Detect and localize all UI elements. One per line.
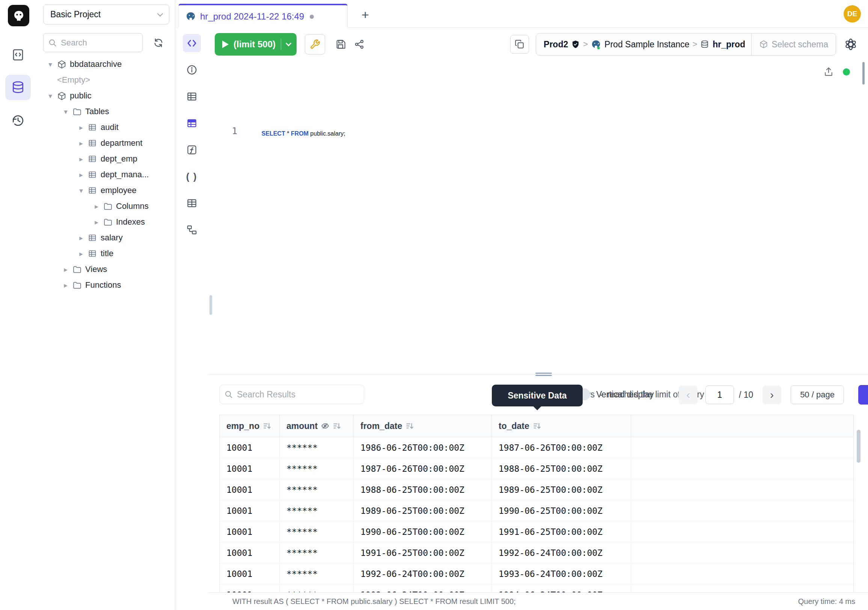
column-header-amount[interactable]: amount [280, 415, 353, 437]
table-cell[interactable]: ****** [280, 437, 353, 458]
panel-resize-handle[interactable] [535, 372, 552, 377]
share-sheet-button[interactable] [350, 35, 369, 54]
upload-icon[interactable] [823, 67, 834, 77]
new-tab-button[interactable]: + [356, 6, 374, 23]
table-cell[interactable]: 1988-06-25T00:00:00Z [492, 458, 631, 479]
table-cell[interactable]: 1991-06-25T00:00:00Z [492, 522, 631, 542]
caret-right-icon[interactable]: ▸ [78, 171, 85, 179]
table-cell[interactable]: 1990-06-25T00:00:00Z [492, 500, 631, 521]
table-cell[interactable]: 10001 [220, 500, 280, 521]
tree-item-salary[interactable]: ▸salary [36, 230, 175, 246]
table-cell[interactable]: 10001 [220, 542, 280, 563]
table-cell[interactable]: 1989-06-25T00:00:00Z [492, 479, 631, 500]
table-cell[interactable]: ****** [280, 500, 353, 521]
next-page-button[interactable]: › [763, 385, 781, 404]
sidebar-resize-handle[interactable] [209, 295, 212, 315]
tree-item-public[interactable]: ▾public [36, 88, 175, 104]
caret-right-icon[interactable]: ▸ [78, 155, 85, 163]
caret-right-icon[interactable]: ▸ [93, 218, 100, 227]
column-header-from_date[interactable]: from_date [353, 415, 492, 437]
sync-schema-icon[interactable] [149, 34, 167, 52]
caret-down-icon[interactable]: ▾ [46, 92, 54, 100]
caret-right-icon[interactable]: ▸ [62, 281, 70, 290]
table-row[interactable]: 10001******1989-06-25T00:00:00Z1990-06-2… [220, 500, 853, 522]
duplicate-sheet-button[interactable] [510, 35, 529, 54]
history-icon[interactable] [5, 108, 31, 133]
column-header-to_date[interactable]: to_date [492, 415, 631, 437]
sidebar-search-input[interactable] [61, 38, 132, 48]
tree-item-functions[interactable]: ▸Functions [36, 277, 175, 293]
table-cell[interactable]: 1986-06-26T00:00:00Z [353, 437, 492, 458]
worksheet-tab[interactable]: hr_prod 2024-11-22 16:49 [178, 4, 348, 28]
table-cell[interactable]: 10001 [220, 522, 280, 542]
caret-right-icon[interactable]: ▸ [93, 202, 100, 211]
sort-icon[interactable] [263, 422, 271, 430]
function-icon[interactable] [183, 141, 201, 159]
sql-editor-panel-icon[interactable] [183, 34, 201, 52]
caret-down-icon[interactable]: ▾ [62, 107, 70, 116]
table-cell[interactable]: 1987-06-26T00:00:00Z [353, 458, 492, 479]
table-cell[interactable]: ****** [280, 542, 353, 563]
ai-assistant-icon[interactable] [841, 35, 860, 54]
caret-right-icon[interactable]: ▸ [78, 250, 85, 258]
table-cell[interactable]: 10001 [220, 479, 280, 500]
sample-data-icon[interactable] [183, 114, 201, 132]
database-icon[interactable] [5, 75, 31, 100]
table-cell[interactable]: ****** [280, 563, 353, 584]
caret-right-icon[interactable]: ▸ [78, 139, 85, 147]
caret-right-icon[interactable]: ▸ [78, 123, 85, 132]
editor-scrollbar[interactable] [862, 62, 865, 84]
tree-item-dept-emp[interactable]: ▸dept_emp [36, 151, 175, 167]
format-sql-button[interactable] [305, 34, 325, 54]
caret-down-icon[interactable]: ▾ [46, 60, 54, 69]
tree-item-dept-mana[interactable]: ▸dept_mana... [36, 167, 175, 183]
table-cell[interactable]: ****** [280, 479, 353, 500]
results-search-input[interactable] [237, 390, 350, 400]
table-cell[interactable]: 10001 [220, 437, 280, 458]
run-query-button[interactable]: (limit 500) [215, 33, 297, 56]
table-cell[interactable]: 1991-06-25T00:00:00Z [353, 542, 492, 563]
table-cell[interactable]: ****** [280, 522, 353, 542]
side-drawer-strip[interactable] [858, 385, 868, 405]
table-info-icon[interactable] [183, 87, 201, 106]
masked-column-eye-off-icon[interactable] [321, 422, 329, 430]
tree-item-bbdataarchive[interactable]: ▾bbdataarchive [36, 56, 175, 72]
tree-item-indexes[interactable]: ▸Indexes [36, 214, 175, 230]
column-header-emp_no[interactable]: emp_no [220, 415, 280, 437]
page-number-input[interactable] [705, 385, 734, 404]
environment-label[interactable]: Prod2 [544, 39, 568, 50]
table-cell[interactable]: 1988-06-25T00:00:00Z [353, 479, 492, 500]
project-selector[interactable]: Basic Project [43, 5, 169, 25]
table-row[interactable]: 10001******1992-06-24T00:00:00Z1993-06-2… [220, 563, 853, 584]
table-cell[interactable]: ****** [280, 458, 353, 479]
table-cell[interactable]: ****** [280, 584, 353, 593]
tree-item-title[interactable]: ▸title [36, 246, 175, 261]
table-row[interactable]: 10001******1988-06-25T00:00:00Z1989-06-2… [220, 479, 853, 500]
table-row[interactable]: 10001******1986-06-26T00:00:00Z1987-06-2… [220, 437, 853, 458]
sort-icon[interactable] [406, 422, 414, 430]
run-options-chevron-icon[interactable] [286, 40, 292, 46]
tree-item-views[interactable]: ▸Views [36, 261, 175, 277]
tree-item-columns[interactable]: ▸Columns [36, 198, 175, 214]
table-cell[interactable]: 10001 [220, 563, 280, 584]
table-row[interactable]: 10001******1987-06-26T00:00:00Z1988-06-2… [220, 458, 853, 479]
app-logo-icon[interactable] [8, 5, 29, 26]
sort-icon[interactable] [533, 422, 541, 430]
table-row[interactable]: 10001******1993-06-24T00:00:00Z1994-06-2… [220, 584, 853, 593]
table-cell[interactable]: 1987-06-26T00:00:00Z [492, 437, 631, 458]
parentheses-icon[interactable]: ( ) [183, 168, 201, 186]
results-scrollbar[interactable] [857, 430, 860, 463]
schema-diagram-icon[interactable] [183, 221, 201, 239]
page-size-select[interactable]: 50 / page [790, 385, 844, 404]
tree-item-tables[interactable]: ▾Tables [36, 104, 175, 120]
table-row[interactable]: 10001******1991-06-25T00:00:00Z1992-06-2… [220, 542, 853, 563]
table-row[interactable]: 10001******1990-06-25T00:00:00Z1991-06-2… [220, 522, 853, 542]
caret-right-icon[interactable]: ▸ [78, 234, 85, 242]
table-cell[interactable]: 10001 [220, 584, 280, 593]
table-cell[interactable]: 1993-06-24T00:00:00Z [353, 584, 492, 593]
user-avatar[interactable]: DE [843, 5, 861, 23]
tree-item-department[interactable]: ▸department [36, 135, 175, 151]
table-cell[interactable]: 1990-06-25T00:00:00Z [353, 522, 492, 542]
table-cell[interactable]: 1994-06-24T00:00:00Z [492, 584, 631, 593]
caret-down-icon[interactable]: ▾ [78, 186, 85, 195]
